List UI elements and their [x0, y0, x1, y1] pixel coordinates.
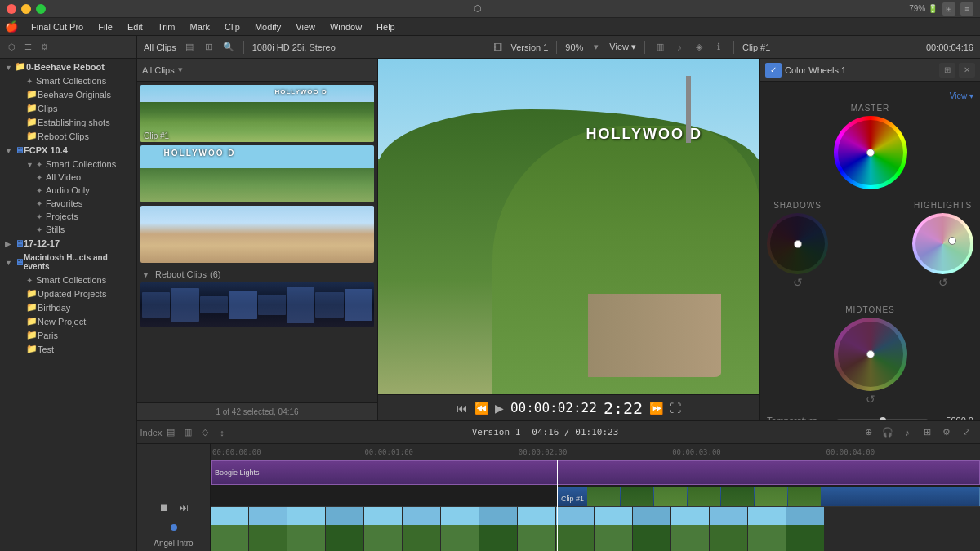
grid-view-icon[interactable]: ⊞: [203, 41, 216, 54]
transport-stop-button[interactable]: ⏹: [156, 500, 172, 516]
play-button[interactable]: ▶: [495, 402, 504, 415]
temperature-slider[interactable]: [837, 419, 928, 420]
sidebar-item-birthday[interactable]: 📁 Birthday: [0, 300, 136, 314]
reboot-clips-section-header[interactable]: ▼ Reboot Clips (6): [140, 266, 374, 282]
sidebar-icon-2[interactable]: ☰: [21, 41, 34, 54]
menu-extras-icon[interactable]: ≡: [960, 2, 973, 16]
sidebar-item-reboot-clips[interactable]: 📁 Reboot Clips: [0, 129, 136, 143]
skip-back-button[interactable]: ⏮: [457, 402, 468, 415]
sidebar-item-clips[interactable]: 📁 Clips: [0, 101, 136, 115]
menu-help[interactable]: Help: [370, 20, 402, 33]
clip-thumb-img-1: HOLLYWOO D Clip #1: [140, 85, 374, 142]
menu-clip[interactable]: Clip: [218, 20, 247, 33]
sidebar-item-favorites[interactable]: ✦ Favorites: [0, 197, 136, 210]
library-fcpx[interactable]: ▼ 🖥 FCPX 10.4: [0, 143, 136, 158]
reboot-clip-thumbnail-1[interactable]: [140, 282, 374, 327]
inspector-expand-icon[interactable]: ⊞: [939, 63, 956, 78]
master-wheel-wrapper[interactable]: [834, 116, 907, 189]
shadows-reset[interactable]: ↺: [793, 276, 803, 289]
minimize-button[interactable]: [21, 4, 31, 14]
sidebar-item-all-video[interactable]: ✦ All Video: [0, 171, 136, 184]
library-17-12-17[interactable]: ▶ 🖥 17-12-17: [0, 236, 136, 251]
menu-trim[interactable]: Trim: [151, 20, 182, 33]
sidebar-item-smart-collections-mac[interactable]: ✦ Smart Collections: [0, 273, 136, 287]
timeline-mute-icon[interactable]: ♪: [900, 425, 915, 440]
view-label[interactable]: View ▾: [609, 42, 636, 52]
clip-thumbnail-3[interactable]: [140, 206, 374, 263]
sidebar-item-smart-collections-fcpx[interactable]: ▼ ✦ Smart Collections: [0, 158, 136, 171]
sidebar-item-stills[interactable]: ✦ Stills: [0, 223, 136, 236]
timeline-zoom-in-icon[interactable]: ⊕: [861, 425, 875, 440]
preview-video[interactable]: HOLLYWOO D: [378, 59, 760, 394]
library-macintosh[interactable]: ▼ 🖥 Macintosh H...cts and events: [0, 251, 136, 273]
midtones-wheel-wrapper[interactable]: [834, 318, 907, 391]
filmstrip-icon[interactable]: 🎞: [491, 41, 504, 54]
sidebar-item-test[interactable]: 📁 Test: [0, 342, 136, 356]
clip-thumbnail-2[interactable]: HOLLYWOO D: [140, 145, 374, 202]
timeline-filmstrip-icon[interactable]: ▤: [163, 425, 178, 440]
timeline-keyframe-icon[interactable]: ◇: [198, 425, 212, 440]
timeline-snap-icon[interactable]: ⊞: [920, 425, 934, 440]
master-wheel-container: MASTER ↺: [767, 104, 973, 189]
browser-toolbar: All Clips ▾: [137, 59, 377, 82]
timeline-arrow-icon[interactable]: ↕: [215, 425, 229, 440]
menu-mark[interactable]: Mark: [184, 20, 216, 33]
menu-file[interactable]: File: [91, 20, 119, 33]
search-icon[interactable]: 🔍: [222, 41, 235, 54]
sidebar-item-new-project[interactable]: 📁 New Project: [0, 314, 136, 328]
sidebar-item-smart-collections-1[interactable]: ✦ Smart Collections: [0, 74, 136, 87]
menu-fcpro[interactable]: Final Cut Pro: [24, 20, 90, 33]
expand-triangle-sc: ▼: [26, 161, 33, 167]
sidebar-projects-label: Projects: [46, 211, 78, 221]
sidebar-item-updated-projects[interactable]: 📁 Updated Projects: [0, 287, 136, 300]
playhead[interactable]: [557, 460, 558, 551]
timeline-clip-icon[interactable]: ▥: [180, 425, 195, 440]
close-button[interactable]: [7, 4, 16, 14]
clips-chevron[interactable]: ▾: [178, 64, 183, 75]
inspector-audio-icon[interactable]: ♪: [673, 41, 686, 54]
shadows-wheel-wrapper[interactable]: [767, 213, 828, 274]
step-forward-button[interactable]: ⏩: [649, 402, 663, 415]
timeline-settings-icon[interactable]: ⚙: [939, 425, 954, 440]
battery-icon: 79% 🔋: [909, 4, 938, 13]
upper-track-strip[interactable]: Boogie Lights: [211, 460, 980, 485]
timeline: Index ▤ ▥ ◇ ↕ Version 1 04:16 / 01:10:23…: [137, 420, 980, 551]
step-back-button[interactable]: ⏪: [474, 402, 488, 415]
midtones-reset[interactable]: ↺: [866, 393, 875, 406]
fullscreen-button[interactable]: ⛶: [670, 402, 681, 415]
inspector-video-icon[interactable]: ▥: [653, 41, 666, 54]
zoom-chevron[interactable]: ▾: [590, 41, 603, 54]
highlights-reset[interactable]: ↺: [938, 276, 948, 289]
menu-edit[interactable]: Edit: [121, 20, 149, 33]
control-center-icon[interactable]: ⊞: [942, 2, 956, 16]
sidebar-item-beehave-originals[interactable]: 📁 Beehave Originals: [0, 87, 136, 101]
timeline-expand-icon[interactable]: ⤢: [959, 425, 973, 440]
sidebar-item-establishing-shots[interactable]: 📁 Establishing shots: [0, 115, 136, 129]
menu-view[interactable]: View: [289, 20, 322, 33]
inspector-checkbox[interactable]: ✓: [765, 63, 782, 78]
maximize-button[interactable]: [36, 4, 46, 14]
sidebar-icon-1[interactable]: ⬡: [5, 41, 18, 54]
clip-thumbnail-1[interactable]: HOLLYWOO D Clip #1: [140, 85, 374, 142]
sidebar-item-audio-only[interactable]: ✦ Audio Only: [0, 184, 136, 197]
inspector-color-icon[interactable]: ◈: [693, 41, 706, 54]
sidebar-icon-3[interactable]: ⚙: [38, 41, 51, 54]
strip-frame-13: [671, 507, 709, 551]
library-beehave-reboot[interactable]: ▼ 📁 0-Beehave Reboot: [0, 59, 136, 74]
timeline-headphones-icon[interactable]: 🎧: [880, 425, 895, 440]
app-icon: ⬡: [474, 3, 482, 14]
menu-window[interactable]: Window: [323, 20, 368, 33]
highlights-wheel-wrapper[interactable]: [912, 213, 973, 274]
menu-modify[interactable]: Modify: [248, 20, 287, 33]
sidebar-item-projects[interactable]: ✦ Projects: [0, 210, 136, 223]
inspector-view-button[interactable]: View ▾: [950, 91, 973, 100]
sidebar-item-paris[interactable]: 📁 Paris: [0, 328, 136, 342]
inspector-info-icon[interactable]: ℹ: [712, 41, 725, 54]
transport-skip-button[interactable]: ⏭: [176, 500, 192, 516]
highlights-dot: [948, 237, 956, 245]
inspector-close-icon[interactable]: ✕: [959, 63, 975, 78]
list-view-icon[interactable]: ▤: [183, 41, 196, 54]
sidebar-clips-label: Clips: [38, 104, 57, 113]
index-label[interactable]: Index: [144, 425, 158, 440]
sidebar-stills-label: Stills: [46, 224, 65, 234]
